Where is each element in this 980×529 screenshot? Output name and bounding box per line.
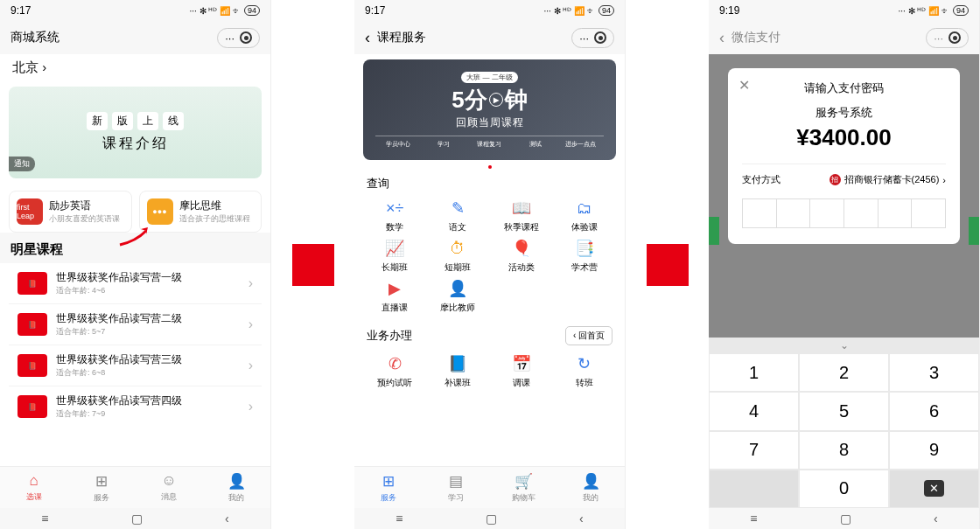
service-数学[interactable]: ×÷数学	[363, 198, 426, 233]
location-picker[interactable]: 北京 ›	[0, 54, 270, 81]
separator	[271, 0, 354, 529]
digit-7-key[interactable]: 7	[710, 432, 798, 469]
service-icon: 🎈	[512, 239, 531, 258]
keypad-collapse[interactable]: ⌄	[709, 338, 979, 353]
category-card[interactable]: first Leap 励步英语 小朋友喜爱的英语课	[9, 191, 132, 233]
card-icon: ●●●	[147, 198, 173, 225]
system-nav: ≡▢‹	[354, 508, 625, 529]
tab-icon: 👤	[228, 472, 246, 491]
service-icon: 📖	[512, 198, 531, 218]
course-subtitle: 适合年龄: 7~9	[56, 408, 182, 420]
step: 学习	[421, 140, 466, 149]
service-label: 调课	[513, 377, 530, 389]
service-label: 语文	[449, 221, 466, 233]
digit-6-key[interactable]: 6	[890, 393, 978, 429]
back-icon[interactable]: ‹	[934, 512, 938, 526]
course-title: 世界级获奖作品读写营一级	[56, 270, 182, 285]
course-title: 世界级获奖作品读写营二级	[56, 311, 182, 326]
confirm-bar-right	[969, 217, 979, 245]
miniprogram-capsule[interactable]: ···	[217, 28, 260, 48]
service-label: 补课班	[444, 377, 471, 389]
menu-icon[interactable]: ≡	[41, 512, 48, 526]
nav-header: ‹ 课程服务 ···	[354, 21, 625, 54]
content-area: 北京 › 新版上线 课程介绍 通知 first Leap 励步英语 小朋友喜爱的…	[0, 54, 270, 466]
service-label: 学术营	[571, 261, 598, 274]
course-item[interactable]: 📕 世界级获奖作品读写营三级 适合年龄: 6~8 ›	[9, 345, 262, 386]
tab-选课[interactable]: ⌂选课	[0, 467, 67, 508]
course-icon: 📕	[18, 395, 47, 418]
service-直播课[interactable]: ▶直播课	[363, 279, 426, 314]
service-长期班[interactable]: 📈长期班	[363, 239, 426, 274]
video-banner[interactable]: 大班 — 二年级 5分 ▶ 钟 回顾当周课程 学员中心学习课程复习测试进步一点点	[363, 59, 616, 160]
tab-购物车[interactable]: 🛒购物车	[490, 467, 557, 508]
tab-学习[interactable]: ▤学习	[422, 467, 489, 508]
tab-我的[interactable]: 👤我的	[203, 467, 270, 508]
card-title: 摩比思维	[179, 198, 250, 213]
service-补课班[interactable]: 📘补课班	[426, 354, 489, 389]
service-短期班[interactable]: ⏱短期班	[426, 239, 489, 274]
tab-消息[interactable]: ☺消息	[136, 467, 203, 508]
tab-bar: ⊞服务▤学习🛒购物车👤我的	[354, 466, 625, 508]
hero-banner[interactable]: 新版上线 课程介绍 通知	[9, 87, 262, 178]
tab-服务[interactable]: ⊞服务	[67, 467, 135, 508]
backspace-key[interactable]: ✕	[890, 470, 978, 507]
course-subtitle: 适合年龄: 6~8	[56, 367, 182, 379]
service-摩比教师[interactable]: 👤摩比教师	[426, 279, 489, 314]
tab-服务[interactable]: ⊞服务	[354, 467, 422, 508]
course-item[interactable]: 📕 世界级获奖作品读写营一级 适合年龄: 4~6 ›	[9, 263, 262, 304]
digit-4-key[interactable]: 4	[710, 393, 798, 429]
digit-8-key[interactable]: 8	[800, 432, 888, 469]
close-button[interactable]: ✕	[738, 77, 750, 94]
service-label: 长期班	[382, 261, 408, 274]
service-活动类[interactable]: 🎈活动类	[490, 239, 553, 274]
service-调课[interactable]: 📅调课	[490, 354, 553, 389]
back-button[interactable]: ‹	[719, 29, 724, 47]
service-秋季课程[interactable]: 📖秋季课程	[490, 198, 553, 233]
system-nav: ≡▢‹	[709, 508, 979, 529]
bank-name: 招商银行储蓄卡(2456)	[844, 173, 940, 186]
card-subtitle: 小朋友喜爱的英语课	[49, 213, 120, 225]
tab-label: 购物车	[512, 492, 536, 504]
course-item[interactable]: 📕 世界级获奖作品读写营二级 适合年龄: 5~7 ›	[9, 304, 262, 345]
back-home-button[interactable]: ‹ 回首页	[565, 326, 612, 345]
tab-icon: ⌂	[29, 472, 38, 490]
service-体验课[interactable]: 🗂体验课	[553, 198, 616, 233]
category-card[interactable]: ●●● 摩比思维 适合孩子的思维课程	[139, 191, 262, 233]
miniprogram-capsule[interactable]: ···	[571, 28, 614, 48]
status-time: 9:17	[10, 4, 31, 17]
course-item[interactable]: 📕 世界级获奖作品读写营四级 适合年龄: 7~9 ›	[9, 386, 262, 427]
digit-3-key[interactable]: 3	[890, 354, 978, 391]
home-icon[interactable]: ▢	[486, 512, 497, 526]
service-预约试听[interactable]: ✆预约试听	[363, 354, 426, 389]
banner-badge: 新	[87, 112, 108, 130]
service-学术营[interactable]: 📑学术营	[553, 239, 616, 274]
menu-icon[interactable]: ≡	[750, 512, 757, 526]
service-label: 直播课	[382, 302, 408, 314]
service-转班[interactable]: ↻转班	[553, 354, 616, 389]
home-icon[interactable]: ▢	[131, 512, 143, 526]
tab-icon: ⊞	[382, 472, 395, 491]
banner-badge: 版	[112, 112, 133, 130]
red-marker	[647, 244, 689, 286]
digit-2-key[interactable]: 2	[800, 354, 888, 391]
service-语文[interactable]: ✎语文	[426, 198, 489, 233]
course-subtitle: 适合年龄: 5~7	[56, 326, 182, 338]
digit-5-key[interactable]: 5	[800, 393, 888, 429]
back-button[interactable]: ‹	[365, 29, 370, 47]
home-icon[interactable]: ▢	[840, 512, 851, 526]
payment-method-row[interactable]: 支付方式 招 招商银行储蓄卡(2456) ›	[742, 164, 946, 198]
menu-icon[interactable]: ≡	[396, 512, 402, 526]
tab-我的[interactable]: 👤我的	[557, 467, 625, 508]
digit-1-key[interactable]: 1	[710, 354, 798, 391]
pin-input[interactable]	[742, 198, 946, 228]
banner-sub: 回顾当周课程	[456, 115, 524, 130]
miniprogram-capsule[interactable]: ···	[926, 28, 969, 48]
back-icon[interactable]: ‹	[579, 512, 584, 526]
digit-0-key[interactable]: 0	[800, 470, 888, 507]
payment-modal: ✕ 请输入支付密码 服务号系统 ¥3400.00 支付方式 招 招商银行储蓄卡(…	[728, 68, 960, 244]
service-label: 转班	[576, 377, 593, 389]
tab-icon: ▤	[449, 472, 463, 491]
back-icon[interactable]: ‹	[225, 512, 229, 526]
content-area: 大班 — 二年级 5分 ▶ 钟 回顾当周课程 学员中心学习课程复习测试进步一点点…	[354, 54, 625, 466]
digit-9-key[interactable]: 9	[890, 432, 978, 469]
